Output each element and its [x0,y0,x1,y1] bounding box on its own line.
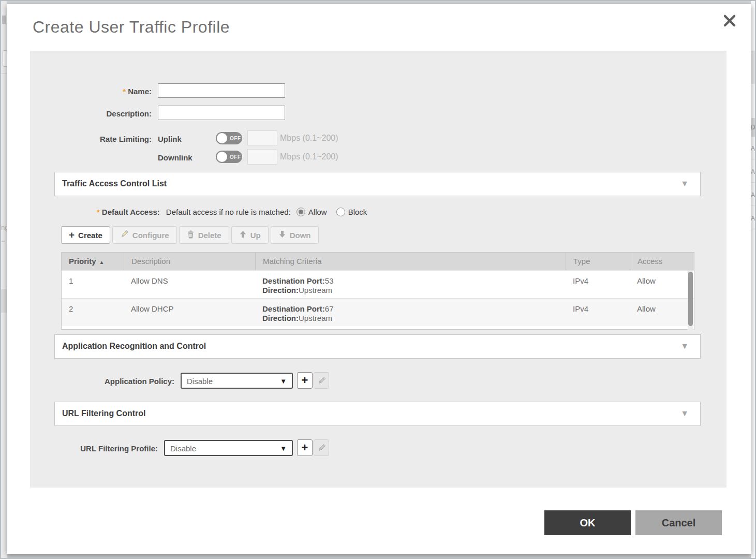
table-row[interactable]: 1 Allow DNS Destination Port:53 Directio… [62,270,694,298]
ok-button[interactable]: OK [544,510,631,535]
required-marker: * [123,87,126,96]
column-header-type[interactable]: Type [566,253,630,270]
move-up-button[interactable]: Up [231,226,269,244]
uplink-rate-input[interactable] [247,130,277,146]
sort-asc-icon: ▲ [99,259,105,265]
arrow-up-icon [239,230,247,240]
table-scrollbar[interactable] [688,271,693,330]
downlink-label: Downlink [158,153,192,162]
acl-toolbar: + Create Configure Delete Up [61,226,319,244]
section-traffic-acl: Traffic Access Control List ▼ [54,172,701,196]
uplink-rate-hint: Mbps (0.1~200) [280,134,338,143]
application-policy-label: Application Policy: [30,377,174,386]
background-fragment [2,241,5,242]
downlink-rate-hint: Mbps (0.1~200) [280,152,338,161]
arrow-down-icon [278,230,286,240]
section-url-filtering: URL Filtering Control ▼ [54,402,701,426]
cell-access: Allow [630,271,695,298]
chevron-down-icon: ▼ [280,377,287,385]
cell-priority: 1 [62,271,124,298]
name-label: *Name: [30,87,152,96]
scrollbar-thumb[interactable] [688,272,693,326]
downlink-toggle[interactable]: OFF [216,151,242,163]
uplink-toggle[interactable]: OFF [216,132,242,144]
cancel-button[interactable]: Cancel [635,510,722,535]
description-label: Description: [30,109,152,118]
description-input[interactable] [158,106,285,120]
cell-matching-criteria: Destination Port:67 Direction:Upstream [255,299,566,326]
allow-radio[interactable] [297,208,305,216]
column-header-matching-criteria[interactable]: Matching Criteria [255,253,566,270]
background-fragment [751,51,755,84]
move-down-button[interactable]: Down [271,226,319,244]
default-access-prompt: Default access if no rule is matched: [166,208,291,216]
table-row[interactable]: 2 Allow DHCP Destination Port:67 Directi… [62,298,694,326]
block-radio[interactable] [336,208,345,216]
toggle-knob [217,152,227,162]
background-fragment [1,73,7,74]
cell-matching-criteria: Destination Port:53 Direction:Upstream [255,271,566,298]
table-header-row: Priority▲ Description Matching Criteria … [62,253,694,270]
section-title: Traffic Access Control List [62,179,167,188]
cell-type: IPv4 [566,271,630,298]
url-filtering-profile-select[interactable]: Disable ▼ [164,440,293,456]
background-fragment [1,289,7,313]
toggle-state-label: OFF [230,154,241,160]
url-filtering-profile-label: URL Filtering Profile: [30,444,158,453]
dialog-content-panel: *Name: Description: Rate Limiting: Uplin… [30,51,727,488]
rate-limiting-label: Rate Limiting: [30,135,152,143]
downlink-rate-input[interactable] [247,149,277,165]
cell-type: IPv4 [566,299,630,326]
default-access-row: * Default Access: Default access if no r… [97,207,376,217]
name-input[interactable] [158,83,285,98]
background-table-header-fragment: D [751,118,755,137]
trash-icon [187,230,195,240]
cell-description: Allow DHCP [124,299,255,326]
configure-button[interactable]: Configure [112,226,177,244]
toggle-knob [217,133,227,143]
dialog-title: Create User Traffic Profile [33,18,230,37]
background-table-cell-fragment: A [751,161,755,183]
chevron-down-icon: ▼ [280,445,287,452]
application-policy-select[interactable]: Disable ▼ [181,373,293,389]
cell-priority: 2 [62,299,124,326]
background-fragment [2,16,6,24]
collapse-chevron-icon[interactable]: ▼ [680,342,689,351]
background-text-fragment: ng [1,224,7,231]
section-title: URL Filtering Control [62,409,145,418]
cell-access: Allow [630,299,695,326]
column-header-priority[interactable]: Priority▲ [62,253,124,270]
background-page-top-strip [0,0,756,4]
background-table-cell-fragment: A [751,138,755,159]
create-user-traffic-profile-dialog: Create User Traffic Profile *Name: Descr… [7,4,751,554]
cell-description: Allow DNS [124,271,255,298]
table-filler [62,326,694,329]
section-application-recognition: Application Recognition and Control ▼ [54,334,701,359]
pencil-icon [120,230,129,240]
collapse-chevron-icon[interactable]: ▼ [680,409,689,418]
block-radio-label: Block [348,208,367,216]
delete-button[interactable]: Delete [179,226,229,244]
allow-radio-label: Allow [308,208,327,216]
uplink-label: Uplink [158,135,182,143]
column-header-access[interactable]: Access [630,253,695,270]
plus-icon: + [69,230,75,240]
column-header-description[interactable]: Description [124,253,255,270]
background-page-left-sliver: ng [1,1,7,558]
acl-rules-table: Priority▲ Description Matching Criteria … [61,252,694,330]
background-table-cell-fragment: A [751,208,755,229]
collapse-chevron-icon[interactable]: ▼ [680,179,689,188]
toggle-state-label: OFF [230,136,241,141]
close-icon[interactable] [721,12,738,29]
background-fragment [3,50,7,67]
background-page-right-sliver: D A A A A [751,1,755,558]
background-table-cell-fragment: A [751,184,755,206]
add-application-policy-button[interactable]: + [297,372,313,389]
section-title: Application Recognition and Control [62,342,206,351]
create-button[interactable]: + Create [61,226,110,244]
add-url-filtering-profile-button[interactable]: + [297,439,313,456]
default-access-label: Default Access: [102,208,160,216]
edit-application-policy-button[interactable] [314,372,329,389]
required-marker: * [97,208,100,216]
edit-url-filtering-profile-button[interactable] [314,439,329,456]
